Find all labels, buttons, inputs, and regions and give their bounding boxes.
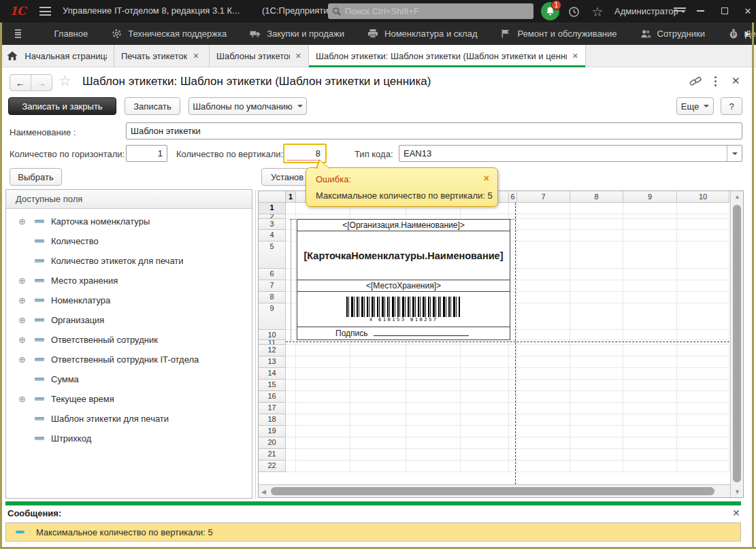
save-and-close-button[interactable]: Записать и закрыть bbox=[8, 97, 116, 115]
get-link-icon[interactable] bbox=[689, 76, 702, 90]
sections-menu-icon[interactable] bbox=[15, 29, 21, 38]
maximize-button[interactable] bbox=[716, 4, 734, 18]
section-item[interactable]: Сотрудники bbox=[640, 29, 705, 39]
expand-plus-icon[interactable]: ⊕ bbox=[18, 296, 26, 305]
row-header-21[interactable]: 21 bbox=[259, 449, 286, 461]
default-templates-button[interactable]: Шаблоны по умолчанию bbox=[188, 97, 307, 115]
expand-plus-icon[interactable]: ⊕ bbox=[18, 355, 26, 364]
row-header-12[interactable]: 12 bbox=[259, 345, 286, 356]
row-header-22[interactable]: 22 bbox=[259, 461, 286, 472]
section-item[interactable]: Ремонт и обслуживание bbox=[501, 29, 617, 39]
column-header-1[interactable]: 1 bbox=[286, 191, 296, 203]
row-header-13[interactable]: 13 bbox=[259, 356, 286, 368]
tree-item[interactable]: ⊕ Место хранения bbox=[6, 271, 252, 290]
sheet-corner-cell[interactable] bbox=[259, 191, 286, 203]
column-header-8[interactable]: 8 bbox=[570, 191, 623, 203]
row-header-6[interactable]: 6 bbox=[259, 269, 286, 280]
name-input[interactable]: Шаблон этикетки bbox=[126, 122, 742, 139]
row-header-17[interactable]: 17 bbox=[259, 403, 286, 414]
forward-button[interactable]: → bbox=[31, 75, 52, 90]
code-type-select[interactable]: EAN13 bbox=[399, 145, 742, 162]
minimize-button[interactable] bbox=[691, 4, 709, 18]
current-user[interactable]: Администратор bbox=[614, 6, 678, 16]
panel-splitter[interactable] bbox=[255, 190, 256, 499]
more-button[interactable]: Еще bbox=[676, 97, 714, 115]
template-organization-cell[interactable]: <[Организация.Наименование]> bbox=[297, 220, 510, 231]
row-header-16[interactable]: 16 bbox=[259, 391, 286, 403]
search-input[interactable]: Поиск Ctrl+Shift+F bbox=[328, 3, 533, 19]
column-header-10[interactable]: 10 bbox=[677, 191, 729, 203]
row-header-11[interactable]: 11 bbox=[259, 340, 286, 345]
column-header-7[interactable]: 7 bbox=[517, 191, 570, 203]
template-signature-cell[interactable]: Подпись bbox=[297, 327, 510, 339]
row-header-15[interactable]: 15 bbox=[259, 380, 286, 391]
service-menu-icon[interactable] bbox=[674, 7, 686, 16]
expand-plus-icon[interactable]: ⊕ bbox=[18, 335, 26, 344]
tree-item[interactable]: ⊕ Штрихкод bbox=[6, 429, 252, 448]
column-header-9[interactable]: 9 bbox=[623, 191, 677, 203]
menu-overflow-chevron-icon[interactable]: ▶ bbox=[745, 29, 751, 38]
row-header-1[interactable]: 1 bbox=[259, 203, 286, 214]
row-header-5[interactable]: 5 bbox=[259, 242, 286, 269]
row-header-4[interactable]: 4 bbox=[259, 230, 286, 242]
row-header-19[interactable]: 19 bbox=[259, 426, 286, 437]
tree-item[interactable]: ⊕ Количество этикеток для печати bbox=[6, 251, 252, 271]
back-button[interactable]: ← bbox=[10, 75, 31, 90]
tree-item[interactable]: ⊕ Карточка номенклатуры bbox=[6, 212, 252, 231]
section-item[interactable]: Главное bbox=[37, 29, 88, 39]
set-sizes-button[interactable]: Установ bbox=[261, 168, 309, 186]
row-header-14[interactable]: 14 bbox=[259, 368, 286, 380]
chevron-down-icon[interactable] bbox=[727, 146, 742, 161]
row-header-20[interactable]: 20 bbox=[259, 437, 286, 449]
scroll-down-icon[interactable]: ▼ bbox=[734, 488, 740, 495]
section-item[interactable]: Номенклатура и склад bbox=[367, 29, 477, 39]
scroll-up-icon[interactable]: ▲ bbox=[734, 193, 740, 200]
tab-close-icon[interactable]: ✕ bbox=[193, 52, 199, 61]
row-header-10[interactable]: 10 bbox=[259, 330, 286, 340]
vertical-scrollbar[interactable]: ▲ ▼ bbox=[730, 191, 743, 497]
row-header-2[interactable]: 2 bbox=[259, 214, 286, 219]
tree-item[interactable]: ⊕ Сумма bbox=[6, 369, 252, 389]
tree-item[interactable]: ⊕ Номенклатура bbox=[6, 290, 252, 310]
expand-plus-icon[interactable]: ⊕ bbox=[18, 395, 26, 403]
template-barcode-cell[interactable]: 4 610153 010257 bbox=[297, 292, 510, 327]
tree-item[interactable]: ⊕ Ответственный сотрудник IT-отдела bbox=[6, 350, 252, 369]
tab[interactable]: Шаблон этикетки: Шаблон этикетки (Шаблон… bbox=[309, 45, 586, 67]
row-header-18[interactable]: 18 bbox=[259, 414, 286, 426]
tree-item[interactable]: ⊕ Количество bbox=[6, 231, 252, 251]
messages-close-icon[interactable]: ✕ bbox=[732, 508, 740, 518]
row-header-9[interactable]: 9 bbox=[259, 303, 286, 330]
qty-horizontal-input[interactable]: 1 bbox=[126, 145, 167, 162]
label-template[interactable]: <[Организация.Наименование]> [КарточкаНо… bbox=[297, 219, 510, 340]
message-row[interactable]: Максимальное количество по вертикали: 5 bbox=[5, 522, 741, 542]
tab[interactable]: Шаблоны этикеток ✕ bbox=[210, 45, 309, 67]
tree-item[interactable]: ⊕ Текущее время bbox=[6, 389, 252, 409]
horizontal-scroll-thumb[interactable] bbox=[271, 487, 714, 495]
history-icon[interactable] bbox=[567, 5, 580, 18]
tree-item[interactable]: ⊕ Шаблон этикетки для печати bbox=[6, 409, 252, 429]
horizontal-scrollbar[interactable]: ◀ bbox=[259, 484, 730, 497]
tree-item[interactable]: ⊕ Ответственный сотрудник bbox=[6, 330, 252, 350]
column-header-6[interactable]: 6 bbox=[509, 191, 517, 203]
section-item[interactable]: Закупки и продажи bbox=[250, 29, 344, 39]
scroll-left-icon[interactable]: ◀ bbox=[261, 488, 266, 495]
row-header-3[interactable]: 3 bbox=[259, 219, 286, 230]
favorite-star-icon[interactable]: ☆ bbox=[59, 73, 71, 89]
tab-close-icon[interactable]: ✕ bbox=[572, 52, 578, 61]
expand-plus-icon[interactable]: ⊕ bbox=[18, 217, 26, 226]
expand-plus-icon[interactable]: ⊕ bbox=[18, 316, 26, 325]
tooltip-close-icon[interactable]: × bbox=[484, 173, 489, 184]
tree-item[interactable]: ⊕ Организация bbox=[6, 310, 252, 330]
close-window-button[interactable]: ✕ bbox=[739, 4, 756, 18]
row-header-8[interactable]: 8 bbox=[259, 292, 286, 303]
favorites-star-icon[interactable]: ☆ bbox=[591, 5, 604, 18]
section-item[interactable]: Техническая поддержка bbox=[111, 29, 227, 39]
more-actions-icon[interactable] bbox=[714, 76, 717, 88]
save-button[interactable]: Записать bbox=[125, 97, 180, 115]
template-nomenclature-cell[interactable]: [КарточкаНоменклатуры.Наименование] bbox=[297, 231, 510, 280]
select-field-button[interactable]: Выбрать bbox=[10, 168, 62, 186]
sheet-grid[interactable]: 1234567891012345678910111213141516171819… bbox=[259, 191, 730, 484]
tab-close-icon[interactable]: ✕ bbox=[295, 52, 301, 61]
template-storage-cell[interactable]: <[МестоХранения]> bbox=[297, 280, 510, 292]
tab[interactable]: Начальная страница ✕ bbox=[0, 45, 114, 67]
